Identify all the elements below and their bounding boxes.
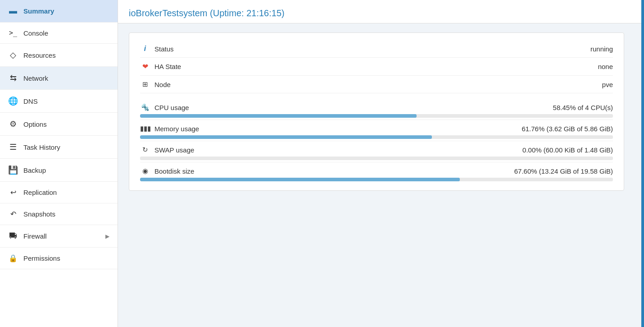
cpu-icon: 🔩 [140,103,150,111]
sidebar-item-summary[interactable]: ▬ Summary [0,0,118,23]
sidebar-item-replication[interactable]: ↩ Replication [0,182,118,203]
node-value: pve [602,81,613,88]
cpu-progress-header: 🔩 CPU usage 58.45% of 4 CPU(s) [140,103,613,111]
sidebar-item-resources[interactable]: ◇ Resources [0,44,118,67]
sidebar-item-network[interactable]: ⇆ Network [0,67,118,90]
memory-value: 61.76% (3.62 GiB of 5.86 GiB) [522,125,613,133]
sidebar-label-snapshots: Snapshots [23,210,55,218]
node-icon: ⊞ [140,80,150,88]
cpu-label-group: 🔩 CPU usage [140,103,553,111]
permissions-icon: 🔒 [8,254,18,263]
options-icon: ⚙ [8,119,18,129]
swap-label-group: ↻ SWAP usage [140,146,522,154]
sidebar-item-firewall[interactable]: ⛟ Firewall ▶ [0,225,118,248]
memory-progress-bar [140,135,432,139]
sidebar-label-network: Network [23,74,48,82]
sidebar-label-summary: Summary [23,7,54,15]
sidebar-item-task-history[interactable]: ☰ Task History [0,136,118,159]
bootdisk-label: Bootdisk size [154,167,194,175]
firewall-icon: ⛟ [8,231,18,241]
memory-label-group: ▮▮▮ Memory usage [140,124,522,133]
node-label: Node [154,81,171,88]
swap-label: SWAP usage [154,146,194,154]
memory-icon: ▮▮▮ [140,124,150,133]
status-label: Status [154,45,174,53]
bootdisk-size-row: ◉ Bootdisk size 67.60% (13.24 GiB of 19.… [140,162,613,183]
sidebar-item-options[interactable]: ⚙ Options [0,113,118,136]
sidebar-item-console[interactable]: >_ Console [0,23,118,44]
status-row: i Status running [140,40,613,58]
sidebar-label-permissions: Permissions [23,254,60,262]
status-label-group: i Status [140,45,590,53]
content-area: i Status running ❤ HA State none ⊞ Node [118,23,641,327]
ha-state-row: ❤ HA State none [140,58,613,76]
task-history-icon: ☰ [8,142,18,152]
swap-progress-header: ↻ SWAP usage 0.00% (60.00 KiB of 1.48 Gi… [140,146,613,154]
backup-icon: 💾 [8,165,18,175]
sidebar-label-console: Console [23,29,48,37]
sidebar-label-backup: Backup [23,166,46,174]
firewall-chevron-icon: ▶ [105,233,109,239]
memory-label: Memory usage [154,125,199,133]
dns-icon: 🌐 [8,96,18,106]
swap-usage-row: ↻ SWAP usage 0.00% (60.00 KiB of 1.48 Gi… [140,141,613,162]
memory-progress-bar-wrap [140,135,613,139]
sidebar-item-dns[interactable]: 🌐 DNS [0,90,118,113]
summary-icon: ▬ [8,6,18,16]
bootdisk-progress-header: ◉ Bootdisk size 67.60% (13.24 GiB of 19.… [140,167,613,175]
bootdisk-label-group: ◉ Bootdisk size [140,167,514,175]
sidebar-item-permissions[interactable]: 🔒 Permissions [0,248,118,269]
cpu-usage-row: 🔩 CPU usage 58.45% of 4 CPU(s) [140,99,613,120]
node-row: ⊞ Node pve [140,76,613,93]
ha-state-label: HA State [154,63,181,70]
network-icon: ⇆ [8,73,18,83]
console-icon: >_ [8,29,18,37]
ha-state-icon: ❤ [140,62,150,71]
bootdisk-progress-bar-wrap [140,178,613,181]
sidebar-label-dns: DNS [23,97,38,105]
sidebar-label-task-history: Task History [23,143,60,151]
swap-value: 0.00% (60.00 KiB of 1.48 GiB) [522,146,613,154]
summary-card: i Status running ❤ HA State none ⊞ Node [129,32,624,191]
sidebar-label-options: Options [23,120,47,128]
snapshots-icon: ↶ [8,210,18,218]
sidebar: ▬ Summary >_ Console ◇ Resources ⇆ Netwo… [0,0,118,327]
cpu-label: CPU usage [154,104,189,111]
swap-icon: ↻ [140,146,150,154]
status-info-icon: i [140,45,150,53]
sidebar-item-backup[interactable]: 💾 Backup [0,159,118,182]
node-label-group: ⊞ Node [140,80,602,88]
page-title: ioBrokerTestsystem (Uptime: 21:16:15) [129,8,630,18]
cpu-progress-bar-wrap [140,114,613,118]
sidebar-label-resources: Resources [23,51,56,59]
sidebar-item-snapshots[interactable]: ↶ Snapshots [0,203,118,225]
right-accent-bar [641,0,644,327]
memory-usage-row: ▮▮▮ Memory usage 61.76% (3.62 GiB of 5.8… [140,120,613,141]
status-value: running [590,45,613,53]
bootdisk-value: 67.60% (13.24 GiB of 19.58 GiB) [514,167,613,175]
main-content: ioBrokerTestsystem (Uptime: 21:16:15) i … [118,0,641,327]
bootdisk-icon: ◉ [140,167,150,175]
cpu-value: 58.45% of 4 CPU(s) [553,104,613,111]
swap-progress-bar-wrap [140,157,613,160]
bootdisk-progress-bar [140,178,460,181]
memory-progress-header: ▮▮▮ Memory usage 61.76% (3.62 GiB of 5.8… [140,124,613,133]
main-header: ioBrokerTestsystem (Uptime: 21:16:15) [118,0,641,23]
cpu-progress-bar [140,114,417,118]
sidebar-label-firewall: Firewall [23,232,47,240]
ha-state-value: none [598,63,613,70]
ha-state-label-group: ❤ HA State [140,62,598,71]
replication-icon: ↩ [8,188,18,197]
resources-icon: ◇ [8,50,18,60]
sidebar-label-replication: Replication [23,189,57,196]
